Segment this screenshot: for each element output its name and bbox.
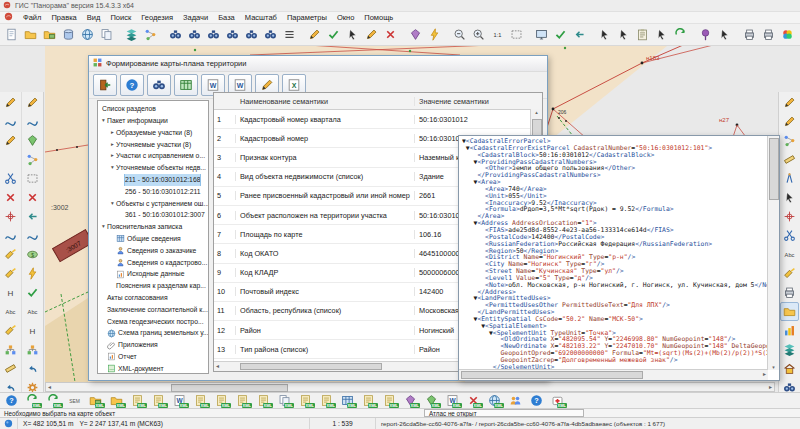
- smooth-line-button[interactable]: [1, 226, 20, 245]
- layer-composition-button[interactable]: [122, 25, 141, 44]
- select-frame-button[interactable]: [614, 25, 633, 44]
- address-search-button[interactable]: [780, 359, 799, 378]
- open-gis-server-button[interactable]: [78, 25, 97, 44]
- tree-item-package-info[interactable]: ▾Пакет информации: [98, 115, 208, 127]
- find-by-name-button[interactable]: [185, 25, 204, 44]
- scroll-left-icon[interactable]: ◂: [48, 383, 51, 391]
- zoom-in-button[interactable]: [469, 25, 488, 44]
- chevron-down-icon[interactable]: ▾: [100, 221, 107, 233]
- geodesic-network-button[interactable]: [780, 207, 799, 226]
- create-region-button[interactable]: [23, 131, 42, 150]
- menu-geodesy[interactable]: Геодезия: [141, 13, 173, 22]
- xml-import-button[interactable]: XML: [107, 393, 126, 408]
- text-cut-button[interactable]: Abc: [780, 245, 799, 264]
- chevron-right-icon[interactable]: ▸: [109, 150, 116, 162]
- tree-item-geodesic-scheme[interactable]: Схема геодезических постро...: [98, 316, 208, 328]
- semantics-editor-button[interactable]: SEM: [65, 393, 84, 408]
- xml-table-button[interactable]: XML: [338, 393, 357, 408]
- xml-shape-2-button[interactable]: XML: [422, 393, 441, 408]
- tree-item-object-361[interactable]: 361 - 50:16:0301012:3007: [98, 209, 208, 221]
- create-site-button[interactable]: [1, 340, 20, 359]
- check-object-button[interactable]: [324, 25, 343, 44]
- edit-point-button[interactable]: [23, 93, 42, 112]
- new-map-button[interactable]: [2, 25, 21, 44]
- tree-item-refined-objects[interactable]: ▾Уточняемые объекты недв...: [98, 162, 208, 174]
- tree-item-conciliation[interactable]: Заключение согласительной к...: [98, 304, 208, 316]
- xml-shape-1-button[interactable]: XML: [401, 393, 420, 408]
- zoom-frame-button[interactable]: [507, 25, 526, 44]
- exit-dialog-button[interactable]: [93, 74, 117, 96]
- tree-item-error-objects[interactable]: ▾Объекты с устранением ош...: [98, 198, 208, 210]
- flash-view-button[interactable]: [23, 264, 42, 283]
- chevron-down-icon[interactable]: ▾: [100, 115, 107, 127]
- create-subobject-button[interactable]: [1, 131, 20, 150]
- label-text-button[interactable]: Abc: [23, 302, 42, 321]
- tree-item-object-256[interactable]: 256 - 50:16:0301012:211: [98, 186, 208, 198]
- quick-search-button[interactable]: [696, 25, 715, 44]
- delete-point-button[interactable]: [23, 188, 42, 207]
- time-survey-button[interactable]: [780, 112, 799, 131]
- xml-vscroll-thumb[interactable]: [769, 138, 779, 200]
- xml-globe-button[interactable]: XML: [485, 393, 504, 408]
- shapes-button[interactable]: [406, 25, 425, 44]
- find-area-button[interactable]: [242, 25, 261, 44]
- edit-report-button[interactable]: [780, 302, 799, 321]
- open-database-button[interactable]: [59, 25, 78, 44]
- color-settings-button[interactable]: [778, 25, 797, 44]
- tree-item-explanatory-note[interactable]: ▾Пояснительная записка: [98, 221, 208, 233]
- scroll-right-icon[interactable]: ▸: [763, 370, 766, 379]
- tree-item-general-info[interactable]: Общие сведения: [98, 233, 208, 245]
- tree-item-xml-document[interactable]: XMLXML-документ: [98, 363, 208, 374]
- tree-item-cadastral-engineer[interactable]: Сведения о кадастрово...: [98, 257, 208, 269]
- status-scale[interactable]: 1 : 539: [310, 418, 376, 429]
- open-button[interactable]: [21, 25, 40, 44]
- zoom-out-button[interactable]: [450, 25, 469, 44]
- dialog-help-button[interactable]: ?: [120, 74, 144, 96]
- area-measure-button[interactable]: $: [23, 245, 42, 264]
- parallel-lines-button[interactable]: [23, 169, 42, 188]
- print-button[interactable]: [740, 25, 759, 44]
- draw-survey-button[interactable]: [780, 93, 799, 112]
- tree-item-section-explanations[interactable]: Пояснения к разделам кар...: [98, 280, 208, 292]
- table-row[interactable]: 1Кадастровый номер квартала50:16:0301012: [214, 110, 542, 129]
- height-text-button[interactable]: H: [1, 283, 20, 302]
- status-globe-icon[interactable]: [0, 418, 18, 429]
- xml-refresh-button[interactable]: XML: [44, 393, 63, 408]
- object-card-button[interactable]: [633, 25, 652, 44]
- tree-item-borders-scheme[interactable]: Схема границ земельных у...: [98, 327, 208, 339]
- menu-search[interactable]: Поиск: [110, 13, 131, 22]
- clear-selection-button[interactable]: [381, 25, 400, 44]
- find-next-button[interactable]: [204, 25, 223, 44]
- copy-style-button[interactable]: [1, 150, 20, 169]
- edit-site-button[interactable]: [23, 340, 42, 359]
- xml-help-button[interactable]: ?: [2, 393, 21, 408]
- xml-users-button[interactable]: [506, 393, 525, 408]
- xml-hscroll-thumb[interactable]: [461, 371, 643, 379]
- select-by-map-button[interactable]: [652, 25, 671, 44]
- view-window-button[interactable]: [532, 25, 551, 44]
- add-selection-button[interactable]: [343, 25, 362, 44]
- scroll-left-icon[interactable]: ◂: [216, 362, 219, 370]
- build-route-button[interactable]: [23, 150, 42, 169]
- tree-item-approval-acts[interactable]: Акты согласования: [98, 292, 208, 304]
- chevron-down-icon[interactable]: ▾: [109, 162, 116, 174]
- create-line-button[interactable]: [1, 112, 20, 131]
- map-horizontal-scrollbar[interactable]: ◂ ▸: [45, 382, 775, 392]
- confirm-edit-button[interactable]: [23, 283, 42, 302]
- object-composition-button[interactable]: [141, 25, 160, 44]
- chevron-right-icon[interactable]: ▸: [109, 139, 116, 151]
- xml-check-button[interactable]: XML: [23, 393, 42, 408]
- dbf-export-button[interactable]: [174, 74, 198, 96]
- pointer-button[interactable]: [715, 25, 734, 44]
- menu-options[interactable]: Параметры: [287, 13, 327, 22]
- menu-help[interactable]: Помощь: [364, 13, 393, 22]
- previous-view-button[interactable]: [570, 25, 589, 44]
- edit-selection-button[interactable]: [362, 25, 381, 44]
- cancel-edit-button[interactable]: [23, 359, 42, 378]
- select-object-button[interactable]: [595, 25, 614, 44]
- create-object-button[interactable]: [1, 93, 20, 112]
- find-selected-button[interactable]: [223, 25, 242, 44]
- map-scheme-button[interactable]: [780, 340, 799, 359]
- scroll-up-icon[interactable]: ▴: [535, 109, 538, 115]
- xml-plan-button[interactable]: XML: [254, 393, 273, 408]
